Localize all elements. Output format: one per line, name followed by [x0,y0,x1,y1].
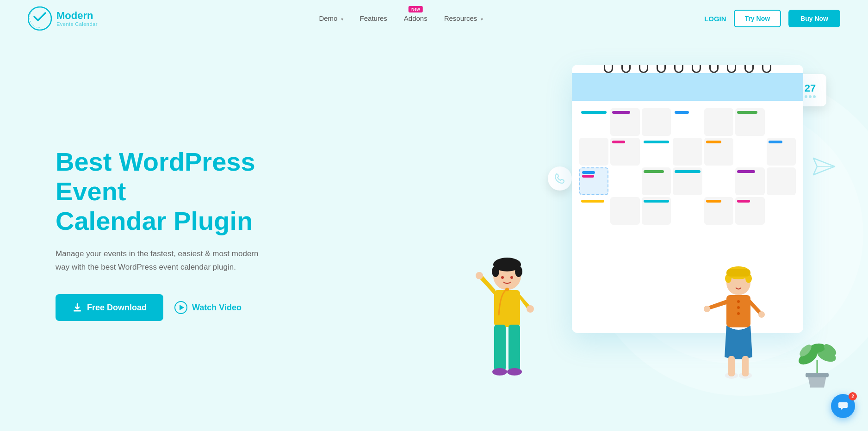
svg-point-10 [501,276,504,279]
character-left [470,255,544,403]
chat-widget-button[interactable]: 2 [831,394,855,418]
ring-6 [692,65,701,73]
ring-8 [727,65,736,73]
watch-video-button[interactable]: Watch Video [174,301,242,314]
play-icon [174,301,187,314]
mini-calendar-dots [805,95,816,98]
cal-cell [579,138,608,166]
try-now-button[interactable]: Try Now [734,10,781,27]
nav-demo[interactable]: Demo ▾ [319,14,343,22]
nav-resources[interactable]: Resources ▾ [444,14,483,22]
cal-cell [767,108,796,136]
mini-dot-1 [805,95,807,98]
mini-dot-2 [809,95,812,98]
ring-4 [657,65,666,73]
hero-buttons: Free Download Watch Video [56,294,315,321]
svg-point-18 [507,368,522,376]
event-bar [582,175,594,178]
plant-svg [794,337,840,392]
nav-links: Demo ▾ Features New Addons Resources ▾ [319,14,483,23]
addons-new-badge: New [409,6,423,12]
cal-cell [704,197,733,225]
cal-cell [673,108,702,136]
ring-9 [744,65,754,73]
buy-now-button[interactable]: Buy Now [788,10,840,27]
cal-cell [610,108,639,136]
svg-point-9 [515,266,522,277]
cal-cell [610,167,639,195]
cal-cell [673,138,702,166]
event-bar [581,200,604,203]
svg-point-11 [510,276,513,279]
nav-features[interactable]: Features [360,14,387,22]
ring-7 [709,65,719,73]
cal-cell [579,167,608,195]
svg-point-32 [758,311,765,318]
mini-dot-3 [813,95,816,98]
cal-cell [735,138,764,166]
character-right [706,265,771,403]
login-button[interactable]: LOGIN [704,15,726,23]
svg-point-13 [476,272,483,279]
event-bar [644,170,664,173]
event-bar [675,111,688,114]
svg-rect-1 [74,310,81,312]
event-bar [706,200,721,203]
event-bar [644,200,669,203]
svg-point-8 [492,266,499,277]
ring-3 [639,65,648,73]
event-bar [612,141,625,143]
event-bar [582,171,595,174]
event-bar [612,111,630,114]
event-bar [706,141,721,143]
hero-title: Best WordPress Event Calendar Plugin [56,147,315,236]
logo[interactable]: Modern Events Calendar [28,6,98,31]
cal-cell [767,197,796,225]
svg-rect-35 [728,356,735,376]
nav-right-actions: LOGIN Try Now Buy Now [704,10,840,27]
cal-cell [704,167,733,195]
svg-point-31 [704,306,710,312]
event-bar [769,141,782,143]
free-download-button[interactable]: Free Download [56,294,163,321]
paper-plane-icon [812,157,836,176]
float-phone [548,166,572,191]
svg-point-17 [492,368,507,376]
hero-section: Best WordPress Event Calendar Plugin Man… [0,37,868,431]
ring-10 [762,65,771,73]
nav-addons[interactable]: Addons [404,14,428,22]
svg-point-14 [527,305,534,313]
cal-cell [673,197,702,225]
event-bar [737,200,750,203]
cal-cell [642,197,671,225]
logo-modern-text: Modern [56,10,98,21]
hero-description: Manage your events in the fastest, easie… [56,247,259,274]
demo-chevron-icon: ▾ [341,17,343,22]
event-bar [737,111,757,114]
cal-cell [642,108,671,136]
svg-rect-27 [726,295,750,327]
chat-icon [837,400,849,412]
svg-rect-36 [742,356,749,376]
svg-rect-12 [494,290,520,327]
svg-point-19 [505,288,509,291]
float-paper-plane [812,157,836,179]
event-bar [737,170,755,173]
calendar-grid [572,101,803,232]
cal-cell [579,197,608,225]
cal-cell [767,138,796,166]
character-right-svg [706,265,771,403]
event-bar [644,141,669,143]
ring-2 [621,65,631,73]
svg-rect-16 [508,325,520,371]
cal-cell [610,138,639,166]
cal-cell [767,167,796,195]
calendar-header [572,73,803,101]
cal-cell [642,138,671,166]
svg-point-29 [737,306,740,309]
cal-cell [673,167,702,195]
svg-point-28 [737,300,740,303]
calendar-rings [572,65,803,73]
plant-decoration [794,337,840,394]
svg-rect-37 [806,373,829,377]
